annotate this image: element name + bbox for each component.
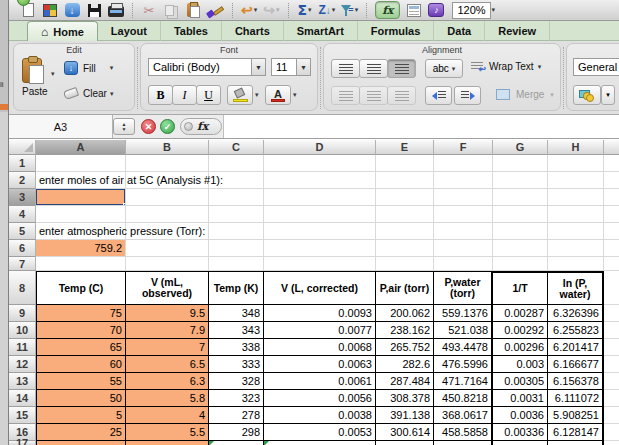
cell-H13[interactable]: 6.156378: [548, 373, 604, 390]
paste-button[interactable]: [185, 1, 201, 19]
cell-D9[interactable]: 0.0093: [264, 305, 376, 322]
cell-H10[interactable]: 6.255823: [548, 322, 604, 339]
cell-A11[interactable]: 65: [36, 339, 126, 356]
underline-button[interactable]: U: [196, 85, 221, 105]
cell-G12[interactable]: 0.003: [493, 356, 548, 373]
show-formulas-button[interactable]: [406, 1, 422, 19]
cell-E7[interactable]: [376, 257, 434, 271]
wrap-text-button[interactable]: ↩ Wrap Text ▾: [471, 61, 541, 72]
row-header-11[interactable]: 11: [9, 339, 36, 356]
increase-indent-button[interactable]: [454, 86, 481, 105]
cell-H15[interactable]: 5.908251: [548, 407, 604, 424]
cell-G4[interactable]: [493, 206, 548, 223]
column-header-A[interactable]: A: [36, 140, 126, 155]
cell-G8[interactable]: 1/T: [493, 271, 548, 305]
formula-builder-button[interactable]: fx: [375, 1, 400, 19]
cell-A8[interactable]: Temp (C): [36, 271, 126, 305]
align-right-button[interactable]: [387, 59, 416, 78]
cell-F13[interactable]: 471.7164: [434, 373, 493, 390]
cell-G11[interactable]: 0.00296: [493, 339, 548, 356]
paste-dropdown-arrow[interactable]: ▾: [51, 70, 55, 78]
cell-I11[interactable]: [604, 339, 619, 356]
cell-E11[interactable]: 265.752: [376, 339, 434, 356]
cell-D8[interactable]: V (L, corrected): [264, 271, 376, 305]
align-bottom-button[interactable]: [387, 86, 416, 105]
cell-D2[interactable]: [264, 172, 376, 189]
column-header-C[interactable]: C: [209, 140, 264, 155]
cell-I14[interactable]: [604, 390, 619, 407]
cell-G17[interactable]: [493, 441, 548, 445]
cell-F8[interactable]: P,water (torr): [434, 271, 493, 305]
cell-E13[interactable]: 287.484: [376, 373, 434, 390]
cell-F12[interactable]: 476.5996: [434, 356, 493, 373]
align-top-button[interactable]: [331, 86, 360, 105]
row-header-13[interactable]: 13: [9, 373, 36, 390]
column-header-E[interactable]: E: [376, 140, 434, 155]
cell-C16[interactable]: 298: [209, 424, 264, 441]
cell-D14[interactable]: 0.0056: [264, 390, 376, 407]
tab-charts[interactable]: Charts: [222, 21, 284, 41]
cell-G10[interactable]: 0.00292: [493, 322, 548, 339]
cell-G5[interactable]: [493, 223, 548, 240]
row-header-3[interactable]: 3: [9, 189, 36, 206]
fill-color-dropdown-arrow[interactable]: ▾: [255, 91, 259, 99]
align-middle-button[interactable]: [359, 86, 388, 105]
tab-layout[interactable]: Layout: [98, 21, 161, 41]
sort-dropdown-arrow[interactable]: ▾: [332, 6, 336, 14]
cell-F10[interactable]: 521.038: [434, 322, 493, 339]
tab-tables[interactable]: Tables: [161, 21, 222, 41]
cell-B8[interactable]: V (mL, observed): [126, 271, 209, 305]
row-header-7[interactable]: 7: [9, 257, 36, 271]
cell-C13[interactable]: 328: [209, 373, 264, 390]
cell-D12[interactable]: 0.0063: [264, 356, 376, 373]
cell-A3[interactable]: [36, 189, 126, 206]
cell-D1[interactable]: [264, 155, 376, 172]
cell-A4[interactable]: [36, 206, 126, 223]
cell-I8[interactable]: [604, 271, 619, 305]
accept-entry-button[interactable]: ✓: [160, 119, 175, 134]
cell-I3[interactable]: [604, 189, 619, 206]
row-header-2[interactable]: 2: [9, 172, 36, 189]
column-header-D[interactable]: D: [264, 140, 376, 155]
tab-smartart[interactable]: SmartArt: [284, 21, 358, 41]
cell-B15[interactable]: 4: [126, 407, 209, 424]
filter-button[interactable]: =▾: [341, 1, 358, 19]
cell-H7[interactable]: [548, 257, 604, 271]
row-header-5[interactable]: 5: [9, 223, 36, 240]
cell-I1[interactable]: [604, 155, 619, 172]
cell-E5[interactable]: [376, 223, 434, 240]
autosum-button[interactable]: Σ▾: [297, 1, 313, 19]
cell-C11[interactable]: 338: [209, 339, 264, 356]
cell-B7[interactable]: [126, 257, 209, 271]
zoom-control[interactable]: 120%▾: [450, 1, 495, 19]
clear-button[interactable]: Clear ▾: [64, 88, 113, 99]
tab-home[interactable]: ⌂Home: [27, 21, 98, 41]
cell-F14[interactable]: 450.8218: [434, 390, 493, 407]
filter-dropdown-arrow[interactable]: ▾: [355, 6, 359, 14]
cell-H3[interactable]: [548, 189, 604, 206]
cell-F11[interactable]: 493.4478: [434, 339, 493, 356]
tab-review[interactable]: Review: [485, 21, 550, 41]
cell-H6[interactable]: [548, 240, 604, 257]
cell-I16[interactable]: [604, 424, 619, 441]
cell-C7[interactable]: [209, 257, 264, 271]
font-color-dropdown-arrow[interactable]: ▾: [293, 91, 297, 99]
tab-formulas[interactable]: Formulas: [358, 21, 435, 41]
name-box[interactable]: A3: [9, 115, 113, 138]
cell-D17[interactable]: [264, 441, 376, 445]
font-color-button[interactable]: A: [265, 85, 291, 105]
cell-I7[interactable]: [604, 257, 619, 271]
cell-B10[interactable]: 7.9: [126, 322, 209, 339]
cell-C8[interactable]: Temp (K): [209, 271, 264, 305]
cell-G6[interactable]: [493, 240, 548, 257]
cell-C6[interactable]: [209, 240, 264, 257]
cell-C10[interactable]: 343: [209, 322, 264, 339]
currency-dropdown-arrow[interactable]: ▾: [601, 85, 615, 105]
undo-dropdown-arrow[interactable]: ▾: [254, 6, 258, 14]
cell-I12[interactable]: [604, 356, 619, 373]
row-header-12[interactable]: 12: [9, 356, 36, 373]
cell-I9[interactable]: [604, 305, 619, 322]
cell-H5[interactable]: [548, 223, 604, 240]
cell-B4[interactable]: [126, 206, 209, 223]
font-name-dropdown-arrow[interactable]: ▼: [251, 59, 265, 75]
